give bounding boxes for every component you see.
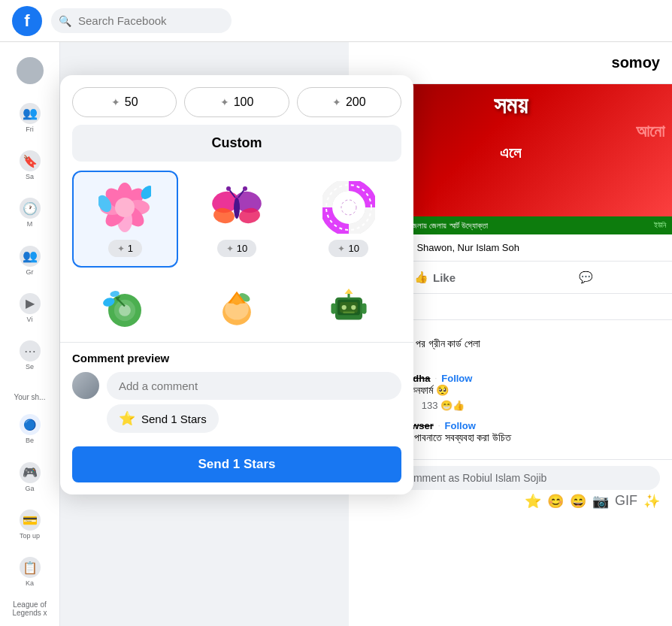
add-comment-input[interactable]: [107, 372, 401, 400]
svg-point-21: [337, 195, 361, 219]
groups-icon: 👥: [20, 246, 41, 267]
emoji-icon[interactable]: 😄: [570, 493, 586, 510]
comment-preview-row: ⭐ Send 1 Stars: [72, 372, 401, 433]
peach-icon: [214, 286, 259, 327]
camera-icon[interactable]: 📷: [592, 493, 609, 510]
star-icon: ✦: [226, 243, 234, 254]
sticker-peach[interactable]: [184, 277, 290, 336]
sidebar-item-see-more[interactable]: ⋯ Se: [8, 334, 53, 378]
star-icon[interactable]: ⭐: [525, 493, 541, 510]
preset-100-button[interactable]: ✦ 100: [184, 87, 289, 117]
follow-button[interactable]: Follow: [441, 373, 472, 384]
svg-rect-46: [362, 304, 366, 314]
comment-preview-section: Comment preview ⭐ Send 1 Stars: [60, 342, 413, 439]
avatar: [17, 57, 44, 84]
comment-as-text: Comment as Robiul Islam Sojib: [391, 466, 660, 490]
ka-icon: 📋: [20, 557, 41, 578]
league-label: League of Legends x: [0, 597, 59, 620]
sticker-cost-lifering: ✦ 10: [328, 240, 368, 257]
stickers-grid: ✦ 1 ✦ 10: [60, 171, 413, 277]
svg-point-40: [341, 305, 346, 310]
friends-icon: 👥: [20, 103, 41, 124]
memories-icon: 🕐: [20, 198, 41, 219]
star-icon: ✦: [338, 243, 345, 254]
follow-button[interactable]: Follow: [445, 420, 476, 431]
svg-point-8: [115, 198, 135, 217]
sidebar-item-ga[interactable]: 🎮 Ga: [8, 455, 53, 499]
sidebar-item-friends[interactable]: 👥 Fri: [8, 95, 53, 140]
preview-avatar: [72, 372, 99, 399]
sidebar-label-friends: Fri: [26, 126, 34, 133]
comment-icon: 💬: [579, 271, 593, 284]
star-icon-200: ✦: [332, 96, 341, 108]
more-icon: ⋯: [20, 340, 41, 361]
sidebar-label-saved: Sa: [26, 173, 34, 180]
target-icon: [102, 286, 147, 327]
your-shortcuts-label: Your sh...: [11, 390, 49, 404]
thumbs-up-icon: 👍: [414, 271, 428, 284]
sidebar-item-memories[interactable]: 🕐 M: [8, 191, 53, 235]
sidebar-label-memories: M: [27, 220, 33, 228]
topup-icon: 💳: [20, 510, 41, 531]
comment-preview-right: ⭐ Send 1 Stars: [107, 372, 401, 433]
ga-icon: 🎮: [20, 462, 41, 483]
preset-50-button[interactable]: ✦ 50: [72, 87, 177, 117]
sticker-butterfly[interactable]: ✦ 10: [184, 171, 290, 268]
gold-star-icon: ⭐: [119, 410, 135, 427]
search-icon: 🔍: [59, 15, 71, 27]
effects-icon[interactable]: ✨: [643, 493, 660, 510]
topbar: f 🔍: [0, 0, 672, 42]
video-icon: ▶: [20, 293, 41, 314]
stars-presets: ✦ 50 ✦ 100 ✦ 200: [60, 75, 413, 125]
comment-preview-title: Comment preview: [72, 352, 401, 364]
preset-200-button[interactable]: ✦ 200: [297, 87, 401, 117]
butterfly-icon: [210, 181, 263, 234]
sidebar-item-saved[interactable]: 🔖 Sa: [8, 144, 53, 188]
sidebar-item-groups[interactable]: 👥 Gr: [8, 238, 53, 283]
svg-point-41: [351, 305, 356, 310]
be-icon: 🔵: [20, 414, 41, 435]
svg-point-15: [234, 198, 240, 219]
svg-marker-44: [344, 289, 353, 294]
svg-point-19: [243, 186, 247, 191]
star-icon: ✦: [117, 243, 125, 254]
comment-button[interactable]: 💬: [512, 265, 660, 290]
search-input[interactable]: [51, 8, 232, 33]
stickers-partial-row: [60, 277, 413, 342]
sticker-cost-butterfly: ✦ 10: [217, 240, 256, 257]
svg-rect-45: [331, 304, 335, 314]
lifering-icon: [322, 181, 375, 234]
sidebar-item-video[interactable]: ▶ Vi: [8, 286, 53, 330]
custom-button[interactable]: Custom: [72, 125, 401, 162]
saved-icon: 🔖: [20, 150, 41, 171]
sidebar-item-ka[interactable]: 📋 Ka: [8, 550, 53, 594]
send-stars-button[interactable]: Send 1 Stars: [72, 446, 401, 482]
gif-icon[interactable]: GIF: [615, 493, 637, 510]
star-icon-100: ✦: [220, 96, 229, 108]
sidebar-item-be[interactable]: 🔵 Be: [8, 407, 53, 452]
svg-rect-42: [343, 312, 355, 313]
facebook-logo[interactable]: f: [12, 6, 42, 36]
sticker-target[interactable]: [72, 277, 178, 336]
sticker-flower[interactable]: ✦ 1: [72, 171, 178, 268]
svg-point-17: [226, 186, 231, 191]
sticker-lifering[interactable]: ✦ 10: [295, 171, 401, 268]
search-wrap: 🔍: [51, 8, 232, 33]
sticker-cost-flower: ✦ 1: [108, 240, 142, 257]
sidebar: 👥 Fri 🔖 Sa 🕐 M 👥 Gr ▶ Vi ⋯ Se Your sh...…: [0, 42, 60, 626]
sidebar-label-groups: Gr: [26, 268, 34, 276]
sidebar-label-more: Se: [26, 363, 34, 370]
send-stars-badge: ⭐ Send 1 Stars: [107, 404, 219, 433]
stars-modal: ✦ 50 ✦ 100 ✦ 200 Custom: [60, 75, 413, 494]
sidebar-item-topup[interactable]: 💳 Top up: [8, 502, 53, 546]
comment-count: 133 😁👍: [422, 400, 465, 411]
sticker-icon[interactable]: 😊: [547, 493, 564, 510]
sidebar-item-profile[interactable]: [8, 48, 53, 92]
flower-icon: [98, 181, 151, 234]
sidebar-label-video: Vi: [27, 316, 33, 323]
star-icon-50: ✦: [111, 96, 120, 108]
sticker-robot[interactable]: [295, 277, 401, 336]
robot-icon: [326, 286, 371, 327]
